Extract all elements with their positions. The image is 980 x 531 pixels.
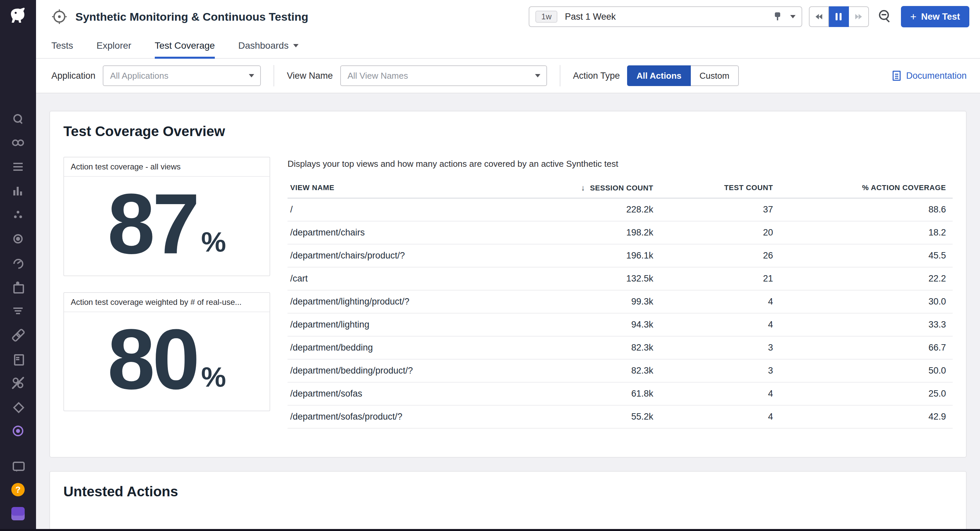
table-row[interactable]: /department/lighting94.3k433.3 xyxy=(288,313,953,336)
table-row[interactable]: /department/chairs198.2k2018.2 xyxy=(288,221,953,244)
table-row[interactable]: /department/bedding/product/?82.3k350.0 xyxy=(288,359,953,382)
coverage-table: VIEW NAMESESSION COUNTTEST COUNT% ACTION… xyxy=(288,179,953,429)
time-range-selector[interactable]: 1w Past 1 Week xyxy=(529,6,802,27)
value-cell: 132.5k xyxy=(540,267,660,290)
table-description: Displays your top views and how many act… xyxy=(288,159,953,169)
action-type-toggle: All ActionsCustom xyxy=(627,65,738,86)
tab-bar: TestsExplorerTest CoverageDashboards xyxy=(36,33,980,59)
security-icon xyxy=(12,233,24,245)
action-type-custom-button[interactable]: Custom xyxy=(691,65,739,86)
value-cell: 25.0 xyxy=(780,382,953,405)
sidebar-item-rum[interactable] xyxy=(0,251,36,275)
processes-icon xyxy=(12,305,24,317)
table-row[interactable]: /228.2k3788.6 xyxy=(288,198,953,221)
sidebar-item-watchdog[interactable] xyxy=(0,131,36,155)
sidebar-item-metrics[interactable] xyxy=(0,179,36,203)
view-name-cell: /department/chairs/product/? xyxy=(288,244,540,267)
value-cell: 55.2k xyxy=(540,405,660,428)
action-type-label: Action Type xyxy=(573,71,620,81)
value-cell: 82.3k xyxy=(540,336,660,359)
metrics-icon xyxy=(12,185,24,197)
tab-tests[interactable]: Tests xyxy=(51,33,73,58)
pause-icon xyxy=(835,13,838,20)
rewind-button[interactable] xyxy=(809,6,829,27)
tab-test-coverage[interactable]: Test Coverage xyxy=(155,33,215,58)
sidebar-item-synthetics[interactable] xyxy=(0,419,36,443)
sidebar-item-apm[interactable] xyxy=(0,203,36,227)
sidebar-item-search[interactable] xyxy=(0,107,36,131)
table-row[interactable]: /department/lighting/product/?99.3k430.0 xyxy=(288,290,953,313)
stat-card: Action test coverage - all views 87 % xyxy=(64,157,270,276)
value-cell: 3 xyxy=(660,359,780,382)
sidebar-item-infrastructure[interactable] xyxy=(0,275,36,299)
pause-icon xyxy=(840,13,842,20)
table-row[interactable]: /department/sofas/product/?55.2k442.9 xyxy=(288,405,953,428)
value-cell: 18.2 xyxy=(780,221,953,244)
stat-unit: % xyxy=(201,361,226,399)
value-cell: 94.3k xyxy=(540,313,660,336)
divider xyxy=(274,65,274,86)
tab-dashboards[interactable]: Dashboards xyxy=(238,33,299,58)
stat-card-label: Action test coverage - all views xyxy=(64,157,269,177)
value-cell: 228.2k xyxy=(540,198,660,221)
column-header[interactable]: VIEW NAME xyxy=(288,179,540,198)
tab-label: Explorer xyxy=(96,40,131,51)
view-name-cell: /department/lighting/product/? xyxy=(288,290,540,313)
view-name-select[interactable]: All View Names xyxy=(340,65,547,86)
table-row[interactable]: /department/sofas61.8k425.0 xyxy=(288,382,953,405)
document-icon xyxy=(892,71,900,81)
datadog-dog-icon xyxy=(8,6,28,26)
sidebar-item-chat[interactable] xyxy=(0,454,36,478)
sidebar-item-account[interactable] xyxy=(0,502,36,526)
value-cell: 33.3 xyxy=(780,313,953,336)
overview-title: Test Coverage Overview xyxy=(64,123,953,140)
untested-actions-card: Untested Actions xyxy=(49,471,967,531)
synthetics-icon xyxy=(12,425,24,437)
stat-value: 87 xyxy=(107,185,197,264)
sidebar-item-help[interactable] xyxy=(0,478,36,502)
datadog-logo[interactable] xyxy=(0,0,36,32)
table-row[interactable]: /cart132.5k2122.2 xyxy=(288,267,953,290)
view-name-cell: /department/bedding xyxy=(288,336,540,359)
zoom-out-button[interactable] xyxy=(876,7,894,26)
tab-label: Tests xyxy=(51,40,73,51)
sidebar-item-logs[interactable] xyxy=(0,347,36,371)
sidebar-item-processes[interactable] xyxy=(0,299,36,323)
sidebar-item-events[interactable] xyxy=(0,155,36,179)
ci-icon xyxy=(12,377,24,389)
integrations-icon xyxy=(12,329,24,341)
topbar: Synthetic Monitoring & Continuous Testin… xyxy=(36,0,980,33)
tab-explorer[interactable]: Explorer xyxy=(96,33,131,58)
column-header-label: TEST COUNT xyxy=(724,183,773,192)
sort-descending-icon xyxy=(581,184,590,192)
pause-button[interactable] xyxy=(829,6,849,27)
column-header[interactable]: SESSION COUNT xyxy=(540,179,660,198)
topbar-right: 1w Past 1 Week xyxy=(529,6,969,27)
coverage-table-body: /228.2k3788.6/department/chairs198.2k201… xyxy=(288,198,953,428)
sidebar-item-errors[interactable] xyxy=(0,395,36,419)
application-select[interactable]: All Applications xyxy=(103,65,261,86)
value-cell: 37 xyxy=(660,198,780,221)
value-cell: 198.2k xyxy=(540,221,660,244)
page-title: Synthetic Monitoring & Continuous Testin… xyxy=(75,10,308,23)
app-window: Synthetic Monitoring & Continuous Testin… xyxy=(0,0,980,531)
action-type-all-actions-button[interactable]: All Actions xyxy=(627,65,691,86)
value-cell: 30.0 xyxy=(780,290,953,313)
sidebar-item-security[interactable] xyxy=(0,227,36,251)
chevron-down-icon xyxy=(249,74,254,80)
column-header[interactable]: TEST COUNT xyxy=(660,179,780,198)
documentation-link[interactable]: Documentation xyxy=(892,71,967,81)
pin-icon[interactable] xyxy=(773,12,782,22)
forward-button[interactable] xyxy=(849,6,869,27)
table-row[interactable]: /department/chairs/product/?196.1k2645.5 xyxy=(288,244,953,267)
stat-value: 80 xyxy=(107,320,197,399)
new-test-button[interactable]: + New Test xyxy=(901,6,969,27)
sidebar-item-ci[interactable] xyxy=(0,371,36,395)
value-cell: 22.2 xyxy=(780,267,953,290)
column-header[interactable]: % ACTION COVERAGE xyxy=(780,179,953,198)
rewind-icon xyxy=(816,14,819,19)
time-range-badge: 1w xyxy=(535,11,558,23)
sidebar-item-integrations[interactable] xyxy=(0,323,36,347)
tab-label: Test Coverage xyxy=(155,40,215,51)
table-row[interactable]: /department/bedding82.3k366.7 xyxy=(288,336,953,359)
